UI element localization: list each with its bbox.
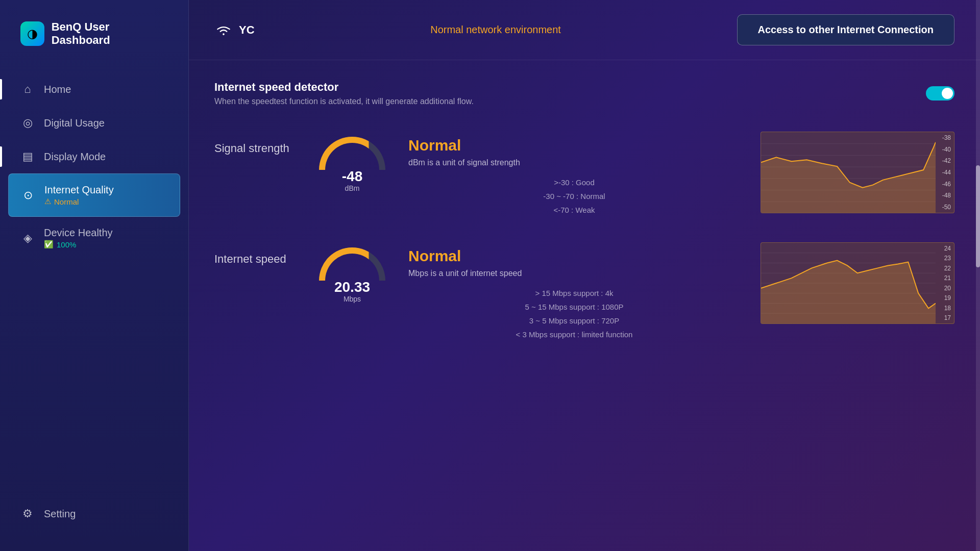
signal-strength-label: Signal strength [214,142,296,155]
internet-speed-info: Normal Mbps is a unit of internet speed … [408,242,740,341]
speed-chart-label-2: 22 [936,265,951,272]
sidebar-item-internet-quality[interactable]: ⊙ Internet Quality ⚠ Normal [8,173,180,217]
wifi-label: YC [214,23,255,37]
network-status: Normal network environment [275,24,717,36]
home-icon: ⌂ [20,83,35,96]
internet-speed-unit: Mbps [344,295,361,303]
sidebar-nav: ⌂ Home ◎ Digital Usage ▤ Display Mode ⊙ … [0,72,188,259]
setting-icon: ⚙ [20,507,35,520]
internet-speed-row: Internet speed 20.33 Mbps Normal Mbps is… [214,242,954,341]
speed-detector-description: When the speedtest function is activated… [214,97,474,106]
sidebar: ◑ BenQ User Dashboard ⌂ Home ◎ Digital U… [0,0,189,551]
access-internet-button[interactable]: Access to other Internet Connection [737,14,955,45]
signal-strength-gauge: -48 dBm [316,137,388,193]
internet-speed-gauge: 20.33 Mbps [316,247,388,304]
device-healthy-icon: ◈ [20,232,35,245]
speed-detector-section: Internet speed detector When the speedte… [214,81,954,106]
signal-strength-chart: -38 -40 -42 -44 -46 -48 -50 [761,132,954,213]
internet-quality-icon: ⊙ [21,189,35,202]
speed-chart-labels: 24 23 22 21 20 19 18 17 [936,243,951,323]
speed-chart-label-3: 21 [936,274,951,282]
speed-chart-label-6: 18 [936,305,951,312]
gauge-center: -48 dBm [342,169,362,193]
internet-speed-desc: Mbps is a unit of internet speed [408,269,740,278]
legend-item-good: >-30 : Good [408,176,740,189]
speed-detector-text: Internet speed detector When the speedte… [214,81,474,106]
signal-strength-info: Normal dBm is a unit of signal strength … [408,132,740,217]
main-content: YC Normal network environment Access to … [189,0,980,551]
wifi-network-name: YC [239,23,255,37]
scrollbar-thumb[interactable] [976,165,980,267]
internet-quality-content: Internet Quality ⚠ Normal [44,184,114,206]
speed-chart-label-7: 17 [936,314,951,321]
speed-legend-1080p: 5 ~ 15 Mbps support : 1080P [408,300,740,314]
check-icon: ✅ [44,240,54,249]
signal-strength-status: Normal [408,137,740,154]
sidebar-item-display-mode-label: Display Mode [44,151,106,163]
logo-area: ◑ BenQ User Dashboard [0,20,188,72]
sidebar-item-device-healthy[interactable]: ◈ Device Healthy ✅ 100% [0,217,188,259]
signal-chart-labels: -38 -40 -42 -44 -46 -48 -50 [936,132,951,213]
speed-legend-720p: 3 ~ 5 Mbps support : 720P [408,314,740,328]
speed-legend-limited: < 3 Mbps support : limited function [408,328,740,341]
speed-chart-label-5: 19 [936,294,951,302]
speed-chart-label-4: 20 [936,285,951,292]
internet-speed-label: Internet speed [214,253,296,266]
signal-chart-svg [761,132,936,213]
speed-legend-4k: > 15 Mbps support : 4k [408,286,740,300]
device-healthy-content: Device Healthy ✅ 100% [44,227,113,249]
scrollbar-track[interactable] [976,0,980,551]
signal-strength-row: Signal strength -48 dBm Normal dBm is a … [214,132,954,217]
legend-item-normal: -30 ~ -70 : Normal [408,189,740,203]
chart-label-4: -46 [936,181,951,188]
speed-chart-label-1: 23 [936,255,951,262]
sidebar-item-setting[interactable]: ⚙ Setting [0,497,188,531]
chart-label-6: -50 [936,204,951,211]
internet-speed-value: 20.33 [334,280,370,294]
signal-strength-unit: dBm [345,184,360,192]
internet-speed-legend: > 15 Mbps support : 4k 5 ~ 15 Mbps suppo… [408,286,740,341]
internet-quality-status: ⚠ Normal [44,197,114,206]
sidebar-item-device-healthy-label: Device Healthy [44,227,113,239]
signal-strength-desc: dBm is a unit of signal strength [408,158,740,167]
sidebar-item-digital-usage[interactable]: ◎ Digital Usage [0,106,188,140]
device-healthy-status: ✅ 100% [44,240,113,249]
internet-speed-chart: 24 23 22 21 20 19 18 17 [761,242,954,324]
sidebar-item-setting-label: Setting [44,508,76,520]
sidebar-item-home-label: Home [44,84,71,95]
header-bar: YC Normal network environment Access to … [189,0,980,60]
speed-detector-toggle[interactable] [926,86,954,101]
digital-usage-icon: ◎ [20,116,35,130]
logo-icon: ◑ [20,21,44,46]
chart-label-0: -38 [936,134,951,141]
legend-item-weak: <-70 : Weak [408,203,740,217]
gauge-center-speed: 20.33 Mbps [334,280,370,304]
svg-point-0 [223,33,225,35]
content-area: Internet speed detector When the speedte… [189,60,980,551]
sidebar-item-internet-quality-label: Internet Quality [44,184,114,196]
sidebar-item-display-mode[interactable]: ▤ Display Mode [0,140,188,173]
speed-detector-title: Internet speed detector [214,81,474,94]
signal-strength-value: -48 [342,169,362,184]
sidebar-item-home[interactable]: ⌂ Home [0,72,188,106]
wifi-icon [214,23,233,37]
speed-chart-label-0: 24 [936,245,951,252]
warning-icon: ⚠ [44,197,51,206]
chart-label-1: -40 [936,146,951,153]
internet-speed-status: Normal [408,247,740,265]
app-title: BenQ User Dashboard [52,20,168,47]
chart-label-5: -48 [936,192,951,199]
chart-label-2: -42 [936,157,951,164]
chart-label-3: -44 [936,169,951,176]
signal-strength-legend: >-30 : Good -30 ~ -70 : Normal <-70 : We… [408,176,740,217]
display-mode-icon: ▤ [20,150,35,163]
speed-chart-svg [761,243,936,323]
sidebar-item-digital-usage-label: Digital Usage [44,117,105,129]
